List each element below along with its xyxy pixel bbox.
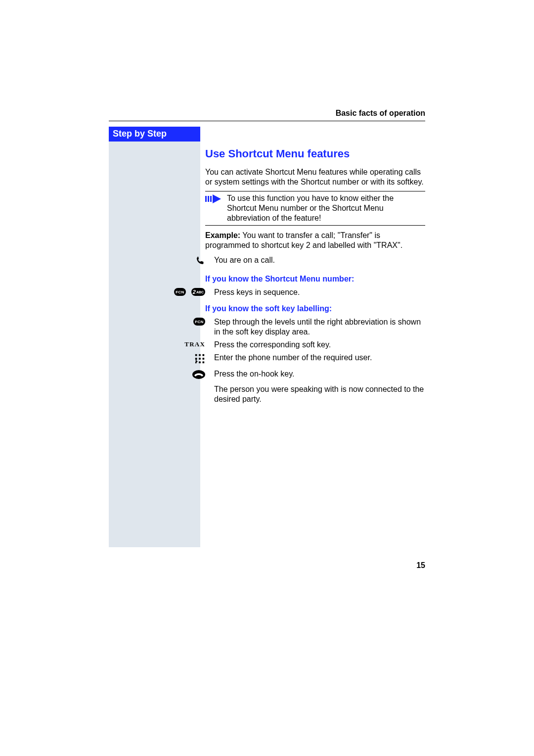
step-result: The person you were speaking with is now… bbox=[200, 384, 425, 404]
sidebar: Step by Step bbox=[109, 127, 200, 547]
trax-softkey-label: TRAX bbox=[184, 340, 205, 348]
fcn-key-icon: FCN bbox=[193, 318, 205, 326]
main-content: Use Shortcut Menu features You can activ… bbox=[200, 127, 425, 407]
svg-rect-12 bbox=[203, 362, 205, 364]
step-fcn: FCN Step through the levels until the ri… bbox=[200, 317, 425, 337]
svg-rect-1 bbox=[208, 196, 209, 202]
svg-rect-5 bbox=[199, 354, 201, 356]
key-2abc-icon: 2ABC bbox=[191, 288, 205, 296]
svg-rect-11 bbox=[199, 362, 201, 364]
svg-rect-9 bbox=[203, 358, 205, 360]
note-rule-top bbox=[205, 191, 425, 191]
subhead-shortcut-number: If you know the Shortcut Menu number: bbox=[205, 275, 425, 284]
sidebar-title: Step by Step bbox=[109, 127, 200, 142]
head-rule bbox=[109, 121, 425, 121]
step-result-text: The person you were speaking with is now… bbox=[209, 384, 425, 404]
step-dialpad: Enter the phone number of the required u… bbox=[200, 353, 425, 366]
document-page: Basic facts of operation Step by Step Us… bbox=[0, 0, 534, 756]
svg-rect-7 bbox=[195, 358, 197, 360]
on-hook-icon bbox=[192, 370, 205, 381]
subhead-softkey-label: If you know the soft key labelling: bbox=[205, 304, 425, 313]
note-text: To use this function you have to know ei… bbox=[227, 193, 425, 223]
intro-paragraph: You can activate Shortcut Menu features … bbox=[205, 167, 425, 187]
step-on-call-text: You are on a call. bbox=[209, 255, 425, 265]
fcn-key-icon: FCN bbox=[174, 288, 186, 296]
svg-rect-8 bbox=[199, 358, 201, 360]
step-trax: TRAX Press the corresponding soft key. bbox=[200, 340, 425, 350]
step-onhook: Press the on-hook key. bbox=[200, 369, 425, 381]
page-number: 15 bbox=[416, 561, 425, 570]
step-press-keys: FCN 2ABC Press keys in sequence. bbox=[200, 287, 425, 297]
step-fcn-text: Step through the levels until the right … bbox=[209, 317, 425, 337]
example-label: Example: bbox=[205, 231, 240, 239]
svg-rect-2 bbox=[210, 196, 212, 202]
section-heading: Use Shortcut Menu features bbox=[205, 147, 425, 160]
svg-rect-4 bbox=[195, 354, 197, 356]
step-on-call: You are on a call. bbox=[200, 255, 425, 268]
svg-rect-0 bbox=[205, 196, 207, 202]
step-onhook-text: Press the on-hook key. bbox=[209, 369, 425, 379]
svg-marker-3 bbox=[213, 194, 221, 203]
svg-rect-6 bbox=[203, 354, 205, 356]
note-rule-bottom bbox=[205, 225, 425, 226]
off-hook-icon bbox=[195, 256, 205, 268]
running-head: Basic facts of operation bbox=[336, 109, 425, 118]
step-dialpad-text: Enter the phone number of the required u… bbox=[209, 353, 425, 363]
note-block: To use this function you have to know ei… bbox=[205, 193, 425, 223]
attention-arrow-icon bbox=[205, 193, 221, 204]
step-press-keys-text: Press keys in sequence. bbox=[209, 287, 425, 297]
example-paragraph: Example: You want to transfer a call; "T… bbox=[205, 231, 425, 250]
step-trax-text: Press the corresponding soft key. bbox=[209, 340, 425, 350]
dialpad-icon bbox=[194, 353, 205, 366]
